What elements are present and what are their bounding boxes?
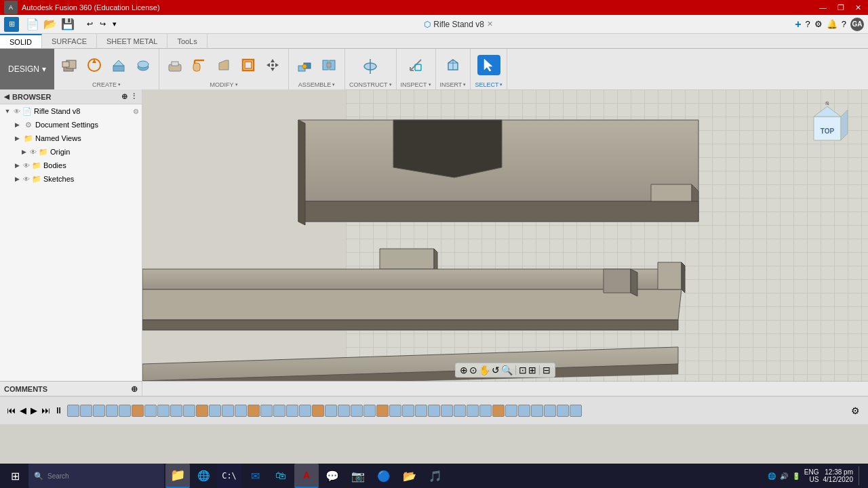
tl-item-29[interactable]	[428, 405, 440, 417]
tl-prev-button[interactable]: ◀	[18, 405, 28, 416]
browser-collapse-icon[interactable]: ◀	[4, 93, 9, 100]
fit-icon[interactable]: ↺	[492, 365, 500, 375]
timeline-controls[interactable]: ⏮ ◀ ▶ ⏭ ⏸	[5, 405, 64, 416]
tl-item-15[interactable]	[248, 405, 260, 417]
comments-icon[interactable]: ⊕	[131, 384, 138, 394]
tl-item-35[interactable]	[505, 405, 517, 417]
tl-item-24[interactable]	[363, 405, 376, 417]
tl-item-28[interactable]	[415, 405, 427, 417]
pan-icon[interactable]: ✋	[479, 365, 490, 375]
tab-surface[interactable]: SURFACE	[42, 34, 97, 48]
maximize-button[interactable]: ❐	[835, 3, 847, 12]
select-button[interactable]	[477, 55, 500, 75]
new-component-button[interactable]	[58, 55, 81, 75]
fillet-button[interactable]	[188, 55, 211, 75]
grid-icon[interactable]: ⊟	[542, 365, 551, 375]
chamfer-button[interactable]	[212, 55, 235, 75]
tl-item-26[interactable]	[389, 405, 401, 417]
browser-menu-icon[interactable]: ⋮	[130, 92, 138, 101]
taskbar-files[interactable]: 📂	[397, 464, 422, 488]
modify-label[interactable]: MODIFY ▾	[210, 81, 238, 88]
tl-item-27[interactable]	[402, 405, 414, 417]
tl-item-39[interactable]	[557, 405, 569, 417]
root-arrow[interactable]: ▼	[3, 108, 12, 115]
help-icon[interactable]: ?	[842, 19, 846, 29]
bodies-visibility[interactable]: 👁	[23, 162, 30, 169]
minimize-button[interactable]: —	[816, 3, 829, 12]
move-button[interactable]	[261, 55, 284, 75]
origin-visibility[interactable]: 👁	[30, 148, 37, 156]
save-icon[interactable]: 💾	[60, 16, 76, 32]
tl-item-32[interactable]	[467, 405, 479, 417]
tl-item-8[interactable]	[157, 405, 170, 417]
timeline-settings-icon[interactable]: ⚙	[848, 405, 863, 416]
taskbar-explorer[interactable]: 📁	[165, 464, 190, 488]
browser-filter-icon[interactable]: ⊕	[121, 92, 127, 101]
tl-item-36[interactable]	[518, 405, 530, 417]
origin-arrow[interactable]: ▶	[19, 148, 28, 155]
sketches-arrow[interactable]: ▶	[12, 176, 22, 182]
assemble-buttons[interactable]	[293, 50, 340, 80]
notifications-icon[interactable]: 🔔	[827, 19, 837, 29]
construct-buttons[interactable]	[359, 50, 382, 80]
joint-button[interactable]	[293, 55, 316, 75]
tl-first-button[interactable]: ⏮	[5, 405, 17, 416]
zoom-fit-icon[interactable]: 🔍	[501, 365, 513, 375]
doc-settings-arrow[interactable]: ▶	[12, 121, 22, 128]
select-label[interactable]: SELECT ▾	[475, 81, 502, 88]
tl-item-7[interactable]	[144, 405, 157, 417]
new-file-icon[interactable]: 📄	[24, 16, 41, 32]
tl-item-9[interactable]	[170, 405, 182, 417]
sketch-button[interactable]	[83, 55, 106, 75]
orbit-icon[interactable]: ⊙	[469, 365, 477, 375]
tl-item-22[interactable]	[338, 405, 350, 417]
start-button[interactable]: ⊞	[3, 464, 27, 488]
tl-item-12[interactable]	[209, 405, 221, 417]
insert-label[interactable]: INSERT ▾	[440, 81, 467, 88]
redo-button[interactable]: ↪	[97, 18, 108, 30]
undo-controls[interactable]: ↩ ↪ ▾	[81, 18, 122, 30]
tl-item-2[interactable]	[80, 405, 92, 417]
tl-item-30[interactable]	[441, 405, 453, 417]
insert-buttons[interactable]	[441, 50, 465, 80]
taskbar-edge[interactable]: 🌐	[191, 464, 216, 488]
app-menu-icon[interactable]: ⊞	[4, 17, 19, 32]
online-help-icon[interactable]: ?	[806, 19, 810, 29]
open-file-icon[interactable]: 📂	[42, 16, 58, 32]
rigid-group-button[interactable]	[317, 55, 340, 75]
revolve-button[interactable]	[132, 55, 155, 75]
show-desktop-button[interactable]	[859, 466, 861, 485]
viewport-bottom-toolbar[interactable]: ⊕ ⊙ ✋ ↺ 🔍 ⊡ ⊞ ⊟	[455, 363, 555, 378]
tl-item-3[interactable]	[93, 405, 105, 417]
viewcube[interactable]: TOP N	[804, 100, 851, 147]
pan-zoom-icon[interactable]: ⊕	[460, 365, 468, 375]
tl-item-5[interactable]	[119, 405, 131, 417]
tl-item-33[interactable]	[479, 405, 492, 417]
sketches-visibility[interactable]: 👁	[23, 176, 30, 183]
taskbar-chrome[interactable]: 🔵	[372, 464, 396, 488]
tl-item-38[interactable]	[544, 405, 556, 417]
create-buttons[interactable]	[58, 50, 155, 80]
tab-sheet-metal[interactable]: SHEET METAL	[97, 34, 167, 48]
window-controls[interactable]: — ❐ ✕	[816, 3, 864, 12]
tree-root[interactable]: ▼ 👁 📄 Rifle Stand v8 ⚙	[0, 104, 142, 118]
visual-style-icon[interactable]: ⊞	[528, 365, 536, 375]
tl-item-13[interactable]	[222, 405, 234, 417]
volume-icon[interactable]: 🔊	[780, 472, 788, 480]
taskbar-mail[interactable]: ✉	[243, 464, 267, 488]
tl-pause-button[interactable]: ⏸	[53, 405, 64, 416]
network-icon[interactable]: 🌐	[768, 472, 776, 480]
add-button[interactable]: +	[795, 18, 801, 30]
taskbar-search[interactable]: 🔍 Search	[28, 464, 164, 488]
tab-solid[interactable]: SOLID	[0, 34, 42, 48]
close-button[interactable]: ✕	[852, 3, 864, 12]
tl-item-17[interactable]	[273, 405, 285, 417]
tl-item-10[interactable]	[183, 405, 195, 417]
battery-icon[interactable]: 🔋	[792, 472, 800, 480]
taskbar-photos[interactable]: 📷	[346, 464, 370, 488]
create-label[interactable]: CREATE ▾	[92, 81, 121, 88]
tl-item-37[interactable]	[531, 405, 543, 417]
tl-item-34[interactable]	[492, 405, 505, 417]
tree-sketches[interactable]: ▶ 👁 📁 Sketches	[0, 172, 142, 186]
tree-doc-settings[interactable]: ▶ ⚙ Document Settings	[0, 118, 142, 131]
